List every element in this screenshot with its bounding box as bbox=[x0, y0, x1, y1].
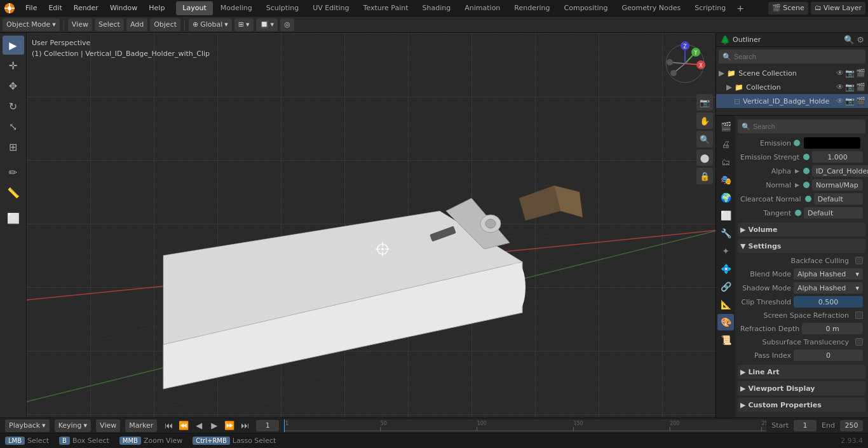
select-tool[interactable]: ▶ bbox=[3, 36, 24, 55]
prop-tab-render[interactable]: 🎬 bbox=[717, 118, 734, 135]
prop-tab-output[interactable]: 🖨 bbox=[717, 136, 734, 153]
outliner-camera-icon[interactable]: 📷 bbox=[845, 69, 855, 78]
frame-end-input[interactable]: 250 bbox=[840, 420, 863, 431]
measure-tool[interactable]: 📏 bbox=[3, 183, 24, 202]
emission-color-swatch[interactable] bbox=[804, 137, 860, 149]
tl-ruler[interactable]: 1 50 100 150 200 250 bbox=[284, 419, 766, 432]
outliner-search-input[interactable] bbox=[734, 53, 862, 60]
scene-selector[interactable]: 🎬 Scene bbox=[768, 2, 808, 15]
prop-tab-physics[interactable]: 💠 bbox=[717, 261, 734, 277]
emission-strength-value[interactable]: 1.000 bbox=[812, 151, 863, 163]
tab-animation[interactable]: Animation bbox=[458, 1, 506, 15]
screen-space-refraction-checkbox[interactable] bbox=[855, 311, 863, 319]
tangent-value[interactable]: Default bbox=[804, 207, 863, 219]
clearcoat-value[interactable]: Default bbox=[814, 193, 863, 205]
prop-tab-particles[interactable]: ✦ bbox=[717, 243, 734, 259]
play-back-btn[interactable]: ◀ bbox=[193, 419, 205, 432]
view-menu[interactable]: View bbox=[68, 18, 92, 31]
pass-index-value[interactable]: 0 bbox=[794, 350, 863, 361]
object-menu[interactable]: Object bbox=[150, 18, 180, 31]
play-btn[interactable]: ▶ bbox=[208, 419, 220, 432]
tab-shading[interactable]: Shading bbox=[416, 1, 458, 15]
annotate-tool[interactable]: ✏ bbox=[3, 163, 24, 182]
tab-texture-paint[interactable]: Texture Paint bbox=[357, 1, 415, 15]
prop-tab-constraints[interactable]: 🔗 bbox=[717, 278, 734, 295]
view-layer-selector[interactable]: 🗂 View Layer bbox=[811, 2, 865, 15]
prop-tab-world[interactable]: 🌍 bbox=[717, 189, 734, 206]
outliner-settings-icon[interactable]: ⚙ bbox=[857, 35, 864, 44]
jump-start-btn[interactable]: ⏮ bbox=[162, 419, 175, 432]
jump-end-btn[interactable]: ⏭ bbox=[238, 419, 251, 432]
prop-tab-view-layer[interactable]: 🗂 bbox=[717, 154, 734, 170]
tab-compositing[interactable]: Compositing bbox=[558, 1, 614, 15]
volume-section-header[interactable]: ▶ Volume bbox=[738, 222, 865, 236]
marker-menu[interactable]: Marker bbox=[125, 419, 157, 432]
tab-scripting[interactable]: Scripting bbox=[688, 1, 732, 15]
tab-layout[interactable]: Layout bbox=[176, 1, 212, 15]
line-art-section-header[interactable]: ▶ Line Art bbox=[738, 365, 865, 379]
outliner-scene-collection[interactable]: ▶ 📁 Scene Collection 👁 📷 🎬 bbox=[716, 66, 868, 80]
outliner-collection[interactable]: ▶ 📁 Collection 👁 📷 🎬 bbox=[716, 80, 868, 94]
menu-edit[interactable]: Edit bbox=[43, 1, 67, 15]
tab-rendering[interactable]: Rendering bbox=[508, 1, 556, 15]
transform-tool[interactable]: ⊞ bbox=[3, 137, 24, 156]
custom-props-section-header[interactable]: ▶ Custom Properties bbox=[738, 398, 865, 412]
hand-tool-btn[interactable]: ✋ bbox=[696, 112, 713, 129]
move-tool[interactable]: ✥ bbox=[3, 76, 24, 95]
prop-tab-scene[interactable]: 🎭 bbox=[717, 172, 734, 188]
viewport-gizmo[interactable]: Y X Z bbox=[660, 38, 710, 89]
select-menu[interactable]: Select bbox=[95, 18, 124, 31]
keying-menu[interactable]: Keying ▾ bbox=[55, 419, 91, 432]
outliner-filter-icon[interactable]: 🔍 bbox=[844, 35, 854, 44]
outliner-render-icon[interactable]: 🎬 bbox=[856, 69, 865, 78]
scale-tool[interactable]: ⤡ bbox=[3, 117, 24, 136]
playback-menu[interactable]: Playback ▾ bbox=[5, 419, 50, 432]
cursor-tool[interactable]: ✛ bbox=[3, 56, 24, 75]
add-cube-tool[interactable]: ⬜ bbox=[3, 208, 24, 227]
outliner-camera-icon-3[interactable]: 📷 bbox=[845, 97, 855, 105]
outliner-eye-icon-2[interactable]: 👁 bbox=[836, 83, 844, 92]
tab-sculpting[interactable]: Sculpting bbox=[260, 1, 305, 15]
snap-toggle[interactable]: 🔲 ▾ bbox=[256, 18, 278, 31]
clip-threshold-value[interactable]: 0.500 bbox=[794, 296, 863, 308]
zoom-in-btn[interactable]: 🔍 bbox=[696, 131, 713, 147]
outliner-object[interactable]: ◻ Vertical_ID_Badge_Holde 👁 📷 🎬 bbox=[716, 94, 868, 108]
shadow-mode-dropdown[interactable]: Alpha Hashed ▾ bbox=[794, 282, 863, 294]
refraction-depth-value[interactable]: 0 m bbox=[802, 323, 863, 334]
prop-tab-scripting[interactable]: 📜 bbox=[717, 332, 734, 348]
outliner-eye-icon-3[interactable]: 👁 bbox=[836, 97, 844, 105]
prop-tab-data[interactable]: 📐 bbox=[717, 296, 734, 313]
mode-selector[interactable]: Object Mode ▾ bbox=[3, 18, 60, 31]
settings-section-header[interactable]: ▼ Settings bbox=[738, 239, 865, 253]
step-back-btn[interactable]: ⏪ bbox=[177, 419, 190, 432]
viewport-display-section-header[interactable]: ▶ Viewport Display bbox=[738, 381, 865, 395]
frame-start-input[interactable]: 1 bbox=[794, 420, 817, 431]
prop-tab-modifiers[interactable]: 🔧 bbox=[717, 225, 734, 241]
menu-help[interactable]: Help bbox=[144, 1, 170, 15]
outliner-camera-icon-2[interactable]: 📷 bbox=[845, 83, 855, 92]
pivot-selector[interactable]: ⊞ ▾ bbox=[234, 18, 254, 31]
tab-uv-editing[interactable]: UV Editing bbox=[306, 1, 355, 15]
add-menu[interactable]: Add bbox=[126, 18, 147, 31]
outliner-render-icon-2[interactable]: 🎬 bbox=[856, 83, 865, 92]
camera-view-btn[interactable]: 📷 bbox=[696, 94, 713, 111]
frame-current-input[interactable]: 1 bbox=[256, 420, 279, 431]
menu-file[interactable]: File bbox=[20, 1, 42, 15]
scene-lock-btn[interactable]: 🔒 bbox=[696, 168, 713, 184]
rotate-tool[interactable]: ↻ bbox=[3, 97, 24, 116]
blend-mode-dropdown[interactable]: Alpha Hashed ▾ bbox=[794, 268, 863, 280]
prop-tab-material[interactable]: 🎨 bbox=[717, 314, 734, 330]
tab-modeling[interactable]: Modeling bbox=[214, 1, 259, 15]
transform-global[interactable]: ⊕ Global ▾ bbox=[189, 18, 232, 31]
alpha-value[interactable]: ID_Card_Holder_Ref... bbox=[812, 165, 868, 177]
tab-geometry-nodes[interactable]: Geometry Nodes bbox=[615, 1, 687, 15]
menu-render[interactable]: Render bbox=[69, 1, 104, 15]
outliner-eye-icon[interactable]: 👁 bbox=[836, 69, 844, 78]
view-timeline-menu[interactable]: View bbox=[96, 419, 120, 432]
backface-culling-checkbox[interactable] bbox=[855, 257, 863, 264]
prop-tab-object[interactable]: ⬜ bbox=[717, 207, 734, 224]
menu-window[interactable]: Window bbox=[105, 1, 142, 15]
normal-value[interactable]: Normal/Map bbox=[812, 179, 863, 191]
shade-solid-btn[interactable]: ⬤ bbox=[696, 149, 713, 166]
play-forward-btn[interactable]: ⏩ bbox=[223, 419, 236, 432]
